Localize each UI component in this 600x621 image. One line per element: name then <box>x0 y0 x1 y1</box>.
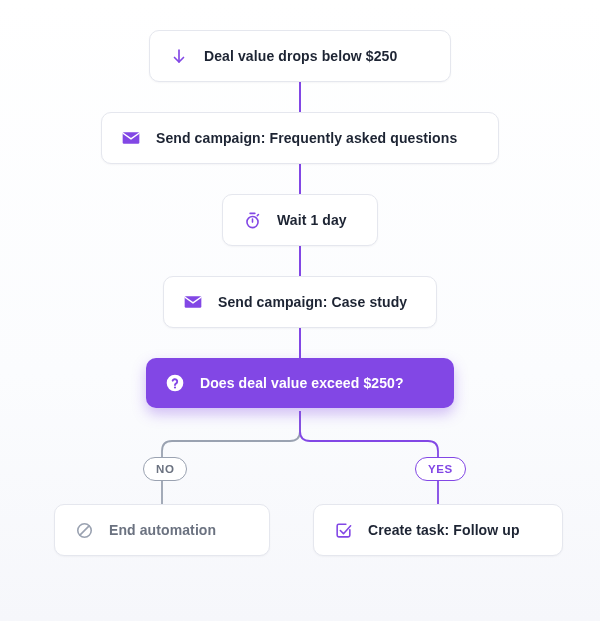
node-end-automation[interactable]: End automation <box>54 504 270 556</box>
node-condition-deal-exceed[interactable]: Does deal value exceed $250? <box>146 358 454 408</box>
node-send-faq[interactable]: Send campaign: Frequently asked question… <box>101 112 499 164</box>
node-label: Wait 1 day <box>277 212 347 228</box>
node-label: End automation <box>109 522 216 538</box>
question-circle-icon <box>164 372 186 394</box>
arrow-down-icon <box>168 45 190 67</box>
automation-flow-canvas: Deal value drops below $250 Send campaig… <box>0 0 600 621</box>
badge-label: NO <box>156 463 174 475</box>
node-label: Deal value drops below $250 <box>204 48 397 64</box>
svg-line-10 <box>79 525 88 534</box>
badge-label: YES <box>428 463 453 475</box>
connector-line <box>299 246 301 276</box>
prohibit-icon <box>73 519 95 541</box>
envelope-icon <box>120 127 142 149</box>
node-create-task-followup[interactable]: Create task: Follow up <box>313 504 563 556</box>
node-wait[interactable]: Wait 1 day <box>222 194 378 246</box>
node-trigger-deal-drop[interactable]: Deal value drops below $250 <box>149 30 451 82</box>
connector-line <box>299 328 301 358</box>
branch-badge-yes: YES <box>415 457 466 481</box>
svg-point-8 <box>174 386 176 388</box>
connector-line <box>299 164 301 194</box>
node-label: Send campaign: Frequently asked question… <box>156 130 457 146</box>
node-label: Send campaign: Case study <box>218 294 407 310</box>
connector-line <box>299 82 301 112</box>
node-label: Does deal value exceed $250? <box>200 375 404 391</box>
checkbox-checked-icon <box>332 519 354 541</box>
envelope-icon <box>182 291 204 313</box>
svg-point-7 <box>167 375 184 392</box>
node-label: Create task: Follow up <box>368 522 520 538</box>
svg-line-5 <box>257 214 258 215</box>
branch-badge-no: NO <box>143 457 187 481</box>
node-send-case-study[interactable]: Send campaign: Case study <box>163 276 437 328</box>
stopwatch-icon <box>241 209 263 231</box>
